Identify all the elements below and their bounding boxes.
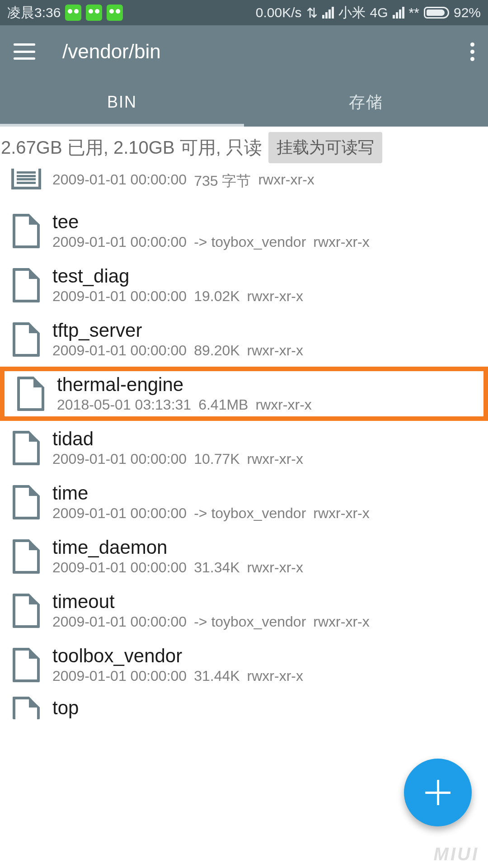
file-meta: 2009-01-01 00:00:0031.34Krwxr-xr-x bbox=[52, 559, 479, 576]
file-size: 31.34K bbox=[194, 559, 239, 576]
file-row[interactable]: time2009-01-01 00:00:00-> toybox_vendorr… bbox=[0, 475, 488, 529]
file-date: 2009-01-01 00:00:00 bbox=[52, 505, 187, 522]
file-icon bbox=[13, 214, 40, 248]
file-size: 10.77K bbox=[194, 451, 239, 467]
file-name: tftp_server bbox=[52, 320, 479, 341]
file-name: top bbox=[52, 698, 479, 718]
file-permissions: rwxr-xr-x bbox=[247, 288, 303, 305]
file-meta: 2009-01-01 00:00:00735 字节rwxr-xr-x bbox=[52, 171, 479, 191]
file-icon bbox=[13, 485, 40, 519]
file-permissions: rwxr-xr-x bbox=[255, 396, 311, 413]
file-date: 2009-01-01 00:00:00 bbox=[52, 613, 187, 630]
file-permissions: rwxr-xr-x bbox=[247, 559, 303, 576]
file-date: 2009-01-01 00:00:00 bbox=[52, 171, 187, 191]
file-meta: 2009-01-01 00:00:00-> toybox_vendorrwxr-… bbox=[52, 234, 479, 250]
file-name: thermal-engine bbox=[57, 374, 474, 395]
file-meta: 2009-01-01 00:00:0031.44Krwxr-xr-x bbox=[52, 668, 479, 684]
file-date: 2009-01-01 00:00:00 bbox=[52, 451, 187, 467]
storage-info-text: 2.67GB 已用, 2.10GB 可用, 只读 bbox=[1, 135, 262, 160]
file-permissions: rwxr-xr-x bbox=[313, 613, 369, 630]
file-icon bbox=[13, 539, 40, 574]
file-icon bbox=[13, 648, 40, 682]
file-icon bbox=[13, 697, 40, 719]
file-name: test_diag bbox=[52, 266, 479, 287]
file-size: 735 字节 bbox=[194, 171, 251, 191]
app-bar: /vendor/bin bbox=[0, 25, 488, 78]
file-icon bbox=[13, 431, 40, 465]
add-fab[interactable] bbox=[404, 759, 472, 826]
file-date: 2018-05-01 03:13:31 bbox=[57, 396, 191, 413]
tab-storage[interactable]: 存储 bbox=[244, 78, 488, 127]
tab-bin[interactable]: BIN bbox=[0, 78, 244, 127]
file-date: 2009-01-01 00:00:00 bbox=[52, 559, 187, 576]
file-size: 31.44K bbox=[194, 668, 239, 684]
file-permissions: rwxr-xr-x bbox=[247, 668, 303, 684]
file-size: 89.20K bbox=[194, 342, 239, 359]
file-size: 19.02K bbox=[194, 288, 239, 305]
file-row[interactable]: time_daemon2009-01-01 00:00:0031.34Krwxr… bbox=[0, 529, 488, 584]
menu-button[interactable] bbox=[14, 43, 35, 60]
signal-icon bbox=[322, 7, 334, 19]
file-meta: 2009-01-01 00:00:0089.20Krwxr-xr-x bbox=[52, 342, 479, 359]
file-size: 6.41MB bbox=[198, 396, 248, 413]
file-permissions: rwxr-xr-x bbox=[247, 342, 303, 359]
file-name: timeout bbox=[52, 591, 479, 612]
file-size: -> toybox_vendor bbox=[194, 505, 306, 522]
file-date: 2009-01-01 00:00:00 bbox=[52, 668, 187, 684]
wechat-icon bbox=[65, 5, 81, 21]
file-date: 2009-01-01 00:00:00 bbox=[52, 342, 187, 359]
file-permissions: rwxr-xr-x bbox=[247, 451, 303, 467]
wechat-icon bbox=[86, 5, 102, 21]
storage-info-bar: 2.67GB 已用, 2.10GB 可用, 只读 挂载为可读写 bbox=[0, 127, 488, 169]
file-row[interactable]: top bbox=[0, 692, 488, 724]
network-speed: 0.00K/s bbox=[256, 5, 302, 20]
file-permissions: rwxr-xr-x bbox=[313, 505, 369, 522]
masked-label: ** bbox=[409, 5, 419, 20]
file-icon bbox=[17, 377, 44, 411]
battery-icon bbox=[424, 7, 449, 19]
file-meta: 2018-05-01 03:13:316.41MBrwxr-xr-x bbox=[57, 396, 474, 413]
data-arrows-icon: ⇅ bbox=[306, 5, 318, 21]
file-icon bbox=[13, 322, 40, 357]
file-row[interactable]: toolbox_vendor2009-01-01 00:00:0031.44Kr… bbox=[0, 638, 488, 692]
file-permissions: rwxr-xr-x bbox=[258, 171, 314, 191]
file-meta: 2009-01-01 00:00:00-> toybox_vendorrwxr-… bbox=[52, 505, 479, 522]
watermark: MIUI bbox=[434, 844, 479, 864]
network-type: 4G bbox=[370, 5, 388, 20]
file-row[interactable]: timeout2009-01-01 00:00:00-> toybox_vend… bbox=[0, 584, 488, 638]
more-button[interactable] bbox=[470, 42, 474, 61]
file-name: tidad bbox=[52, 429, 479, 449]
file-row[interactable]: test_diag2009-01-01 00:00:0019.02Krwxr-x… bbox=[0, 258, 488, 312]
file-row[interactable]: tftp_server2009-01-01 00:00:0089.20Krwxr… bbox=[0, 312, 488, 367]
file-name: time_daemon bbox=[52, 537, 479, 558]
tab-bar: BIN 存储 bbox=[0, 78, 488, 127]
file-row[interactable]: thermal-engine2018-05-01 03:13:316.41MBr… bbox=[0, 367, 488, 421]
status-time: 凌晨3:36 bbox=[7, 4, 61, 22]
file-size: -> toybox_vendor bbox=[194, 234, 306, 250]
file-meta: 2009-01-01 00:00:00-> toybox_vendorrwxr-… bbox=[52, 613, 479, 630]
file-permissions: rwxr-xr-x bbox=[313, 234, 369, 250]
wechat-icon bbox=[107, 5, 123, 21]
status-bar: 凌晨3:36 0.00K/s ⇅ 小米 4G ** 92% bbox=[0, 0, 488, 25]
file-row[interactable]: 2009-01-01 00:00:00735 字节rwxr-xr-x bbox=[0, 169, 488, 204]
file-row[interactable]: tee2009-01-01 00:00:00-> toybox_vendorrw… bbox=[0, 204, 488, 258]
file-icon bbox=[13, 594, 40, 628]
path-title[interactable]: /vendor/bin bbox=[62, 40, 161, 63]
file-list[interactable]: 2009-01-01 00:00:00735 字节rwxr-xr-xtee200… bbox=[0, 169, 488, 724]
file-date: 2009-01-01 00:00:00 bbox=[52, 288, 187, 305]
file-meta: 2009-01-01 00:00:0019.02Krwxr-xr-x bbox=[52, 288, 479, 305]
file-name: toolbox_vendor bbox=[52, 646, 479, 666]
file-meta: 2009-01-01 00:00:0010.77Krwxr-xr-x bbox=[52, 451, 479, 467]
file-date: 2009-01-01 00:00:00 bbox=[52, 234, 187, 250]
carrier-label: 小米 bbox=[338, 4, 366, 22]
file-name: time bbox=[52, 483, 479, 504]
file-icon bbox=[13, 268, 40, 302]
battery-percent: 92% bbox=[454, 5, 481, 20]
file-row[interactable]: tidad2009-01-01 00:00:0010.77Krwxr-xr-x bbox=[0, 421, 488, 475]
text-file-icon bbox=[11, 169, 41, 189]
file-size: -> toybox_vendor bbox=[194, 613, 306, 630]
signal-icon bbox=[393, 7, 404, 19]
mount-rw-button[interactable]: 挂载为可读写 bbox=[268, 132, 382, 163]
file-name: tee bbox=[52, 212, 479, 232]
